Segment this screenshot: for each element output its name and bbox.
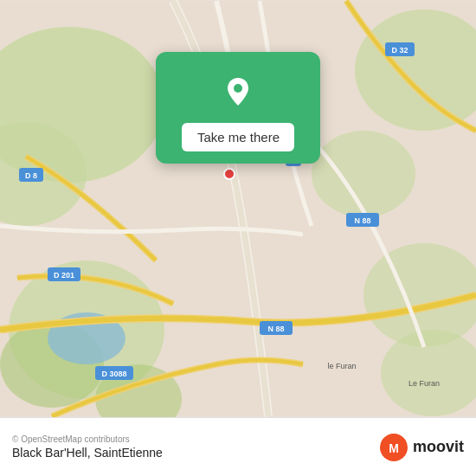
place-name: Black Bar'Hell, SaintEtienne — [12, 446, 163, 460]
svg-text:D 8: D 8 — [25, 171, 37, 180]
moovit-logo: M moovit — [380, 434, 464, 461]
app-container: D 8 D 201 D 3088 D 32 1 N 88 N 88 le Fur… — [0, 0, 476, 476]
svg-point-29 — [234, 84, 242, 93]
svg-text:le Furan: le Furan — [327, 362, 356, 370]
svg-text:D 201: D 201 — [54, 271, 74, 280]
location-pin-icon — [215, 69, 261, 114]
svg-text:D 3088: D 3088 — [101, 370, 126, 378]
svg-text:N 88: N 88 — [354, 216, 370, 225]
svg-text:M: M — [389, 441, 399, 455]
moovit-text: moovit — [413, 438, 464, 456]
navigation-card: Take me there — [156, 52, 320, 164]
svg-point-27 — [224, 169, 235, 179]
svg-text:Le Furan: Le Furan — [408, 379, 440, 388]
osm-credit: © OpenStreetMap contributors — [12, 434, 163, 444]
place-info: © OpenStreetMap contributors Black Bar'H… — [12, 434, 163, 460]
svg-point-4 — [312, 131, 415, 217]
map-area: D 8 D 201 D 3088 D 32 1 N 88 N 88 le Fur… — [0, 0, 476, 417]
take-me-there-button[interactable]: Take me there — [182, 123, 294, 151]
svg-text:D 32: D 32 — [391, 46, 408, 55]
bottom-bar: © OpenStreetMap contributors Black Bar'H… — [0, 417, 476, 476]
moovit-icon: M — [380, 434, 408, 461]
svg-text:N 88: N 88 — [267, 325, 284, 333]
